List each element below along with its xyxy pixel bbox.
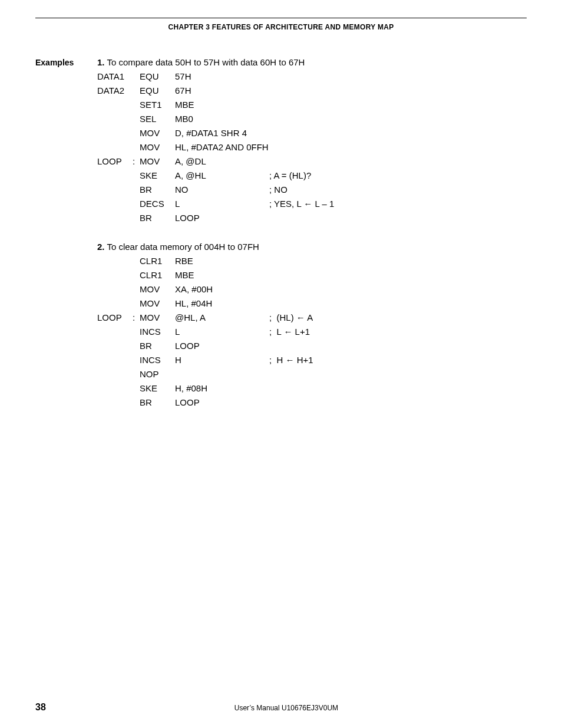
code-line: DATA1EQU57H [97,70,527,84]
code-label: DATA2 [97,84,133,98]
code-mnemonic: MOV [140,311,175,325]
code-line: MOVHL, #04H [97,297,527,311]
code-mnemonic: DECS [140,197,175,211]
code-mnemonic: EQU [140,84,175,98]
code-mnemonic: INCS [140,353,175,367]
code-comment: ; YES, L ← L – 1 [269,197,527,211]
code-colon: : [133,154,140,169]
code-line: INCSH; H ← H+1 [97,353,527,367]
code-mnemonic: CLR1 [140,254,175,268]
code-comment: ; H ← H+1 [269,353,527,367]
code-label: LOOP [97,311,133,325]
example-1-number: 1. [97,57,105,67]
code-line: CLR1MBE [97,268,527,282]
code-operand: RBE [175,254,269,268]
code-mnemonic: CLR1 [140,268,175,282]
code-mnemonic: SEL [140,112,175,126]
code-operand: 67H [175,84,269,98]
code-comment: ; A = (HL)? [269,169,527,183]
chapter-header: CHAPTER 3 FEATURES OF ARCHITECTURE AND M… [35,23,527,31]
code-line: MOVHL, #DATA2 AND 0FFH [97,140,527,154]
code-operand: HL, #DATA2 AND 0FFH [175,140,269,154]
examples-label: Examples [35,58,97,67]
example-1-code-block: DATA1EQU57HDATA2EQU67HSET1MBESELMB0MOVD,… [97,70,527,225]
code-mnemonic: SKE [140,381,175,396]
code-line: DATA2EQU67H [97,84,527,98]
code-mnemonic: MOV [140,126,175,140]
footer-text: User’s Manual U10676EJ3V0UM [46,704,527,712]
code-operand: MBE [175,98,269,112]
code-line: INCSL; L ← L+1 [97,325,527,339]
code-line: SET1MBE [97,98,527,112]
code-line: LOOP:MOV@HL, A; (HL) ← A [97,311,527,325]
code-operand: D, #DATA1 SHR 4 [175,126,269,140]
code-operand: LOOP [175,339,269,353]
code-colon: : [133,311,140,325]
code-mnemonic: MOV [140,154,175,169]
code-mnemonic: BR [140,396,175,410]
code-mnemonic: EQU [140,70,175,84]
code-operand: H [175,353,269,367]
code-line: SKEH, #08H [97,381,527,396]
code-mnemonic: SET1 [140,98,175,112]
code-line: SKEA, @HL; A = (HL)? [97,169,527,183]
code-operand: LOOP [175,211,269,225]
code-operand: NO [175,183,269,197]
code-operand: A, @HL [175,169,269,183]
code-operand: 57H [175,70,269,84]
code-operand: XA, #00H [175,282,269,297]
code-line: BRLOOP [97,211,527,225]
code-mnemonic: MOV [140,140,175,154]
code-comment: ; L ← L+1 [269,325,527,339]
code-line: BRLOOP [97,396,527,410]
code-operand: L [175,197,269,211]
code-mnemonic: NOP [140,367,175,381]
example-2-number: 2. [97,242,105,252]
code-mnemonic: BR [140,211,175,225]
example-2-code-block: CLR1RBECLR1MBEMOVXA, #00HMOVHL, #04HLOOP… [97,254,527,410]
code-mnemonic: BR [140,339,175,353]
code-line: SELMB0 [97,112,527,126]
code-operand: L [175,325,269,339]
example-2-description: To clear data memory of 004H to 07FH [107,242,259,252]
code-mnemonic: INCS [140,325,175,339]
code-line: LOOP:MOVA, @DL [97,154,527,169]
code-comment: ; (HL) ← A [269,311,527,325]
code-line: CLR1RBE [97,254,527,268]
code-operand: @HL, A [175,311,269,325]
code-mnemonic: BR [140,183,175,197]
code-mnemonic: MOV [140,282,175,297]
code-label: DATA1 [97,70,133,84]
code-operand: LOOP [175,396,269,410]
code-line: BRNO; NO [97,183,527,197]
example-1-description: To compare data 50H to 57H with data 60H… [107,57,305,67]
code-line: BRLOOP [97,339,527,353]
code-operand: MB0 [175,112,269,126]
code-line: MOVXA, #00H [97,282,527,297]
code-operand: A, @DL [175,154,269,169]
code-operand: MBE [175,268,269,282]
code-comment: ; NO [269,183,527,197]
code-line: DECSL; YES, L ← L – 1 [97,197,527,211]
code-mnemonic: MOV [140,297,175,311]
code-label: LOOP [97,154,133,169]
code-line: MOVD, #DATA1 SHR 4 [97,126,527,140]
code-line: NOP [97,367,527,381]
code-operand: HL, #04H [175,297,269,311]
page-number: 38 [35,702,46,713]
code-operand: H, #08H [175,381,269,396]
code-mnemonic: SKE [140,169,175,183]
